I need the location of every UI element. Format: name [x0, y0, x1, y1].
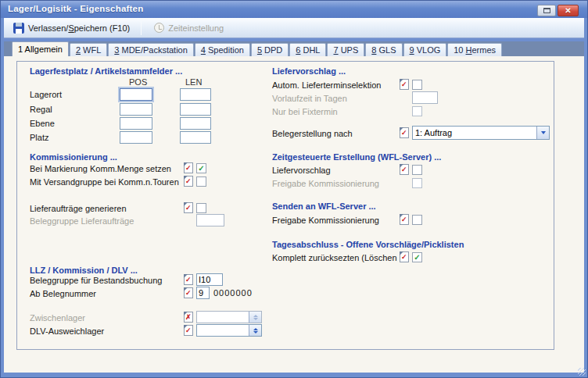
tab-strip: 1 Allgemein 2 WFL 3 MDE/Packstation 4 Sp…	[4, 41, 584, 56]
field-check-icon[interactable]: ✓	[400, 164, 409, 175]
vorlaufzeit-input	[412, 91, 438, 104]
toolbar: Verlassen/Speichern (F10) Zeiteinstellun…	[4, 18, 584, 38]
label-beleggruppe-bestandsbuchung: Beleggruppe für Bestandsbuchung	[30, 274, 162, 287]
regal-pos-input[interactable]	[120, 103, 152, 116]
label-belegerstellung-nach: Belegerstellung nach	[272, 127, 353, 140]
window-title: Lager/Logisitk - Eigenschaften	[8, 4, 143, 13]
section-tagesabschluss-title: Tagesabschluss - Offene Vorschläge/Pickl…	[272, 240, 464, 249]
label-ebene: Ebene	[30, 117, 55, 130]
label-vorlaufzeit: Vorlaufzeit in Tagen	[272, 92, 347, 105]
tab-page-allgemein: Lagerfestplatz / Artikelstammfelder ... …	[4, 56, 584, 373]
section-liefervorschlag-title: Liefervorschlag ...	[272, 66, 346, 76]
field-check-icon[interactable]: ✓	[184, 176, 193, 187]
lieferauftraege-generieren-checkbox[interactable]	[196, 203, 206, 213]
label-liefervorschlag-zeit: Liefervorschlag	[272, 164, 331, 177]
label-dlv-ausweichlager: DLV-Ausweichlager	[30, 325, 104, 337]
lagerort-len-input[interactable]	[180, 88, 211, 101]
zwischenlager-spinner	[196, 311, 262, 323]
time-settings-label: Zeiteinstellung	[168, 23, 224, 33]
ebene-pos-input[interactable]	[120, 117, 152, 130]
label-lagerort: Lagerort	[30, 88, 62, 101]
section-senden-title: Senden an WFL-Server ...	[272, 201, 376, 211]
beleggruppe-lieferauftraege-input	[196, 214, 224, 226]
label-freigabe-komm-senden: Freigabe Kommissionierung	[272, 214, 379, 226]
tab-2-wfl[interactable]: 2 WFL	[70, 43, 107, 56]
close-button[interactable]: ✕	[558, 5, 579, 16]
belegerstellung-nach-value: 1: Auftrag	[415, 127, 452, 139]
chevron-down-icon	[541, 131, 546, 134]
tab-8-gls[interactable]: 8 GLS	[365, 43, 402, 56]
save-exit-button[interactable]: Verlassen/Speichern (F10)	[9, 20, 134, 37]
label-versandgruppe-touren: Mit Versandgruppe bei Komm.n.Touren	[30, 176, 179, 188]
platz-len-input[interactable]	[180, 131, 211, 144]
field-cross-icon: ✗	[184, 312, 193, 323]
field-check-icon[interactable]: ✓	[184, 325, 193, 336]
tab-9-vlog[interactable]: 9 VLOG	[403, 43, 447, 56]
spinner-button	[249, 312, 261, 323]
komplett-zuruecksetzen-checkbox[interactable]: ✓	[412, 252, 422, 262]
dropdown-arrow-button[interactable]	[536, 127, 549, 139]
label-komplett-zuruecksetzen: Komplett zurücksezten (Löschen	[272, 251, 397, 264]
settings-panel: Lagerfestplatz / Artikelstammfelder ... …	[16, 61, 554, 350]
freigabe-komm-zeit-checkbox	[412, 178, 422, 188]
label-lieferauftraege-generieren: Lieferaufträge generieren	[30, 202, 127, 215]
label-platz: Platz	[30, 131, 48, 144]
time-settings-button: Zeiteinstellung	[149, 20, 228, 37]
toolbar-separator	[141, 21, 142, 35]
tab-6-dhl[interactable]: 6 DHL	[289, 43, 326, 56]
dlv-ausweichlager-spinner[interactable]	[196, 324, 262, 337]
field-check-icon[interactable]: ✓	[184, 274, 193, 285]
label-beleggruppe-lieferauftraege: Beleggruppe Lieferaufträge	[30, 215, 134, 227]
label-zwischenlager: Zwischenlager	[30, 312, 85, 324]
field-check-icon[interactable]: ✓	[400, 251, 409, 262]
column-header-pos: POS	[129, 77, 147, 87]
label-regal: Regal	[30, 103, 52, 116]
komm-menge-setzen-checkbox[interactable]: ✓	[196, 163, 206, 173]
close-icon: ✕	[565, 5, 571, 16]
regal-len-input[interactable]	[180, 103, 211, 116]
tab-1-allgemein[interactable]: 1 Allgemein	[12, 41, 69, 56]
titlebar: Lager/Logisitk - Eigenschaften ✕	[1, 1, 588, 18]
label-freigabe-komm-zeit: Freigabe Kommissionierung	[272, 177, 379, 190]
platz-pos-input[interactable]	[120, 131, 152, 144]
field-check-icon[interactable]: ✓	[400, 127, 409, 138]
versandgruppe-touren-checkbox[interactable]	[196, 177, 206, 187]
lagerort-pos-input[interactable]	[120, 88, 152, 101]
beleggruppe-bestandsbuchung-input[interactable]	[196, 273, 223, 286]
maximize-button[interactable]	[537, 5, 556, 16]
field-check-icon[interactable]: ✓	[184, 162, 193, 173]
clock-icon	[154, 23, 164, 33]
section-lagerfestplatz-title: Lagerfestplatz / Artikelstammfelder ...	[30, 66, 182, 76]
label-autom-lieferterminselektion: Autom. Lieferterminselektion	[272, 79, 381, 91]
tab-5-dpd[interactable]: 5 DPD	[251, 43, 289, 56]
tab-3-mde-packstation[interactable]: 3 MDE/Packstation	[108, 43, 194, 56]
field-check-icon[interactable]: ✓	[400, 214, 409, 225]
save-icon	[13, 23, 24, 34]
nur-bei-fixtermin-checkbox	[412, 106, 422, 116]
field-check-icon[interactable]: ✓	[400, 79, 409, 90]
tab-10-hermes[interactable]: 10 Hermes	[447, 43, 502, 56]
liefervorschlag-zeit-checkbox[interactable]	[412, 165, 422, 175]
label-komm-menge-setzen: Bei Markierung Komm.Menge setzen	[30, 162, 171, 175]
resize-grip[interactable]	[578, 368, 586, 376]
maximize-icon	[543, 8, 550, 13]
column-header-len: LEN	[185, 77, 202, 87]
belegnummer-suffix: 0000000	[213, 287, 253, 299]
tab-7-ups[interactable]: 7 UPS	[327, 43, 364, 56]
spinner-button[interactable]	[249, 325, 261, 336]
save-exit-label: Verlassen/Speichern (F10)	[28, 23, 130, 33]
field-check-icon[interactable]: ✓	[184, 202, 193, 213]
section-kommissionierung-title: Kommissionierung ...	[30, 152, 117, 162]
field-check-icon[interactable]: ✓	[184, 287, 193, 298]
label-nur-bei-fixtermin: Nur bei Fixtermin	[272, 105, 338, 118]
autom-lieferterminselektion-checkbox[interactable]	[412, 80, 422, 90]
ab-belegnummer-input[interactable]	[196, 287, 210, 299]
section-zeitgesteuert-title: Zeitgesteuerte Erstellung (WFL-Server) .…	[272, 152, 441, 162]
tab-4-spedition[interactable]: 4 Spedition	[195, 43, 250, 56]
belegerstellung-nach-dropdown[interactable]: 1: Auftrag	[412, 126, 550, 140]
ebene-len-input[interactable]	[180, 117, 211, 130]
label-ab-belegnummer: Ab Belegnummer	[30, 287, 96, 300]
freigabe-komm-senden-checkbox[interactable]	[412, 215, 422, 225]
properties-window: Lager/Logisitk - Eigenschaften ✕ Verlass…	[0, 0, 588, 378]
